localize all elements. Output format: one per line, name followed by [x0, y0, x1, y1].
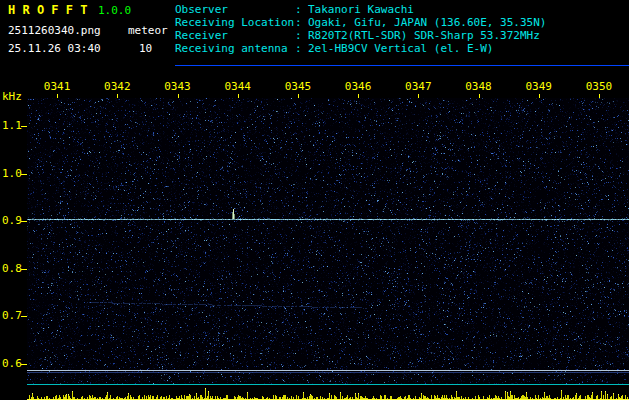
signal-level-strip	[27, 385, 629, 400]
x-axis-tick	[57, 94, 58, 98]
y-axis-label: 0.8	[2, 262, 22, 275]
output-filename: 2511260340.png	[8, 24, 101, 37]
x-axis-tick	[358, 94, 359, 98]
station-info: Observer:Takanori KawachiReceiving Locat…	[175, 3, 546, 55]
app-version: 1.0.0	[98, 4, 131, 17]
x-axis-label: 0350	[586, 80, 613, 93]
info-value: 2el-HB9CV Vertical (el. E-W)	[308, 42, 493, 55]
y-axis-label: 1.1	[2, 119, 22, 132]
y-axis-tick	[21, 221, 27, 222]
info-value: Takanori Kawachi	[308, 3, 414, 16]
info-colon: :	[295, 16, 308, 29]
y-axis-label: 0.6	[2, 357, 22, 370]
info-label: Observer	[175, 3, 295, 16]
station-info-row: Receiving antenna:2el-HB9CV Vertical (el…	[175, 42, 546, 55]
y-axis-label: 0.9	[2, 214, 22, 227]
x-axis-tick	[539, 94, 540, 98]
x-axis-label: 0349	[525, 80, 552, 93]
y-axis-label: 0.7	[2, 309, 22, 322]
y-axis-label: 1.0	[2, 167, 22, 180]
info-label: Receiving antenna	[175, 42, 295, 55]
info-value: R820T2(RTL-SDR) SDR-Sharp 53.372MHz	[308, 29, 540, 42]
x-axis-label: 0343	[164, 80, 191, 93]
hrofft-window: H R O F F T 1.0.0 2511260340.png meteor …	[0, 0, 629, 400]
y-axis-tick	[21, 316, 27, 317]
x-axis-label: 0347	[405, 80, 432, 93]
x-axis-label: 0341	[44, 80, 71, 93]
x-axis-label: 0345	[285, 80, 312, 93]
info-colon: :	[295, 29, 308, 42]
station-info-row: Receiving Location:Ogaki, Gifu, JAPAN (1…	[175, 16, 546, 29]
x-axis-tick	[238, 94, 239, 98]
info-label: Receiving Location	[175, 16, 295, 29]
y-axis-tick	[21, 269, 27, 270]
info-label: Receiver	[175, 29, 295, 42]
info-colon: :	[295, 42, 308, 55]
station-info-row: Receiver:R820T2(RTL-SDR) SDR-Sharp 53.37…	[175, 29, 546, 42]
x-axis-tick	[298, 94, 299, 98]
spectrogram-canvas	[27, 98, 629, 384]
x-axis-tick	[479, 94, 480, 98]
info-colon: :	[295, 3, 308, 16]
x-axis-label: 0342	[104, 80, 131, 93]
x-axis-label: 0346	[345, 80, 372, 93]
x-axis-tick	[178, 94, 179, 98]
header-separator-line	[175, 65, 629, 66]
info-value: Ogaki, Gifu, JAPAN (136.60E, 35.35N)	[308, 16, 546, 29]
x-axis-tick	[117, 94, 118, 98]
x-axis-tick	[418, 94, 419, 98]
station-info-row: Observer:Takanori Kawachi	[175, 3, 546, 16]
y-axis-unit: kHz	[2, 90, 22, 103]
y-axis-tick	[21, 126, 27, 127]
x-axis-label: 0348	[465, 80, 492, 93]
interval-value: 10	[139, 42, 152, 55]
x-axis-label: 0344	[224, 80, 251, 93]
y-axis-tick	[21, 364, 27, 365]
timestamp: 25.11.26 03:40	[8, 42, 101, 55]
app-title: H R O F F T	[8, 3, 87, 17]
y-axis-tick	[21, 174, 27, 175]
x-axis-tick	[599, 94, 600, 98]
mode-label: meteor	[128, 24, 168, 37]
